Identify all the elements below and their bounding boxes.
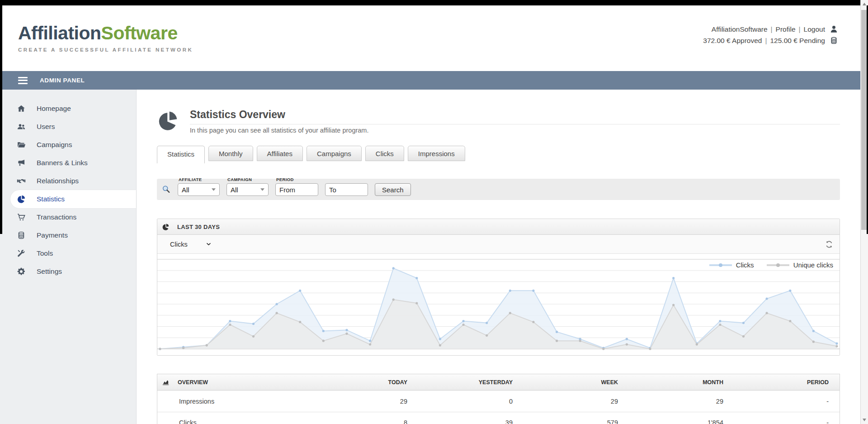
pie-chart-icon bbox=[157, 110, 179, 132]
scrollbar-up-arrow-icon[interactable] bbox=[863, 3, 866, 5]
admin-panel-title: ADMIN PANEL bbox=[40, 77, 85, 84]
row-value: 39 bbox=[407, 419, 513, 424]
balance-row: 372.00 € Approved|125.00 € Pending bbox=[703, 35, 838, 46]
sidebar-item-homepage[interactable]: Homepage bbox=[0, 100, 136, 118]
balance-approved: 372.00 € Approved bbox=[703, 37, 762, 44]
handshake-icon bbox=[17, 176, 26, 186]
sidebar-item-label: Relationships bbox=[37, 177, 79, 185]
sidebar-item-tools[interactable]: Tools bbox=[0, 244, 136, 262]
filter-bar: AFFILIATE All CAMPAIGN All PERIOD bbox=[157, 179, 840, 200]
tab-affiliates[interactable]: Affiliates bbox=[257, 146, 303, 161]
profile-link[interactable]: Profile bbox=[776, 25, 796, 33]
scrollbar-down-arrow-icon[interactable] bbox=[863, 419, 866, 421]
cart-icon bbox=[17, 213, 26, 222]
row-value: - bbox=[723, 398, 829, 405]
overview-header-first: OVERVIEW bbox=[162, 378, 302, 386]
legend-label: Clicks bbox=[736, 261, 754, 269]
logo-text-primary: Affiliation bbox=[18, 23, 101, 43]
refresh-icon[interactable] bbox=[825, 240, 833, 248]
pie-chart-icon bbox=[162, 223, 170, 231]
row-value: 1'854 bbox=[618, 419, 723, 424]
affiliate-filter-label: AFFILIATE bbox=[179, 177, 220, 182]
panel-title: LAST 30 DAYS bbox=[177, 224, 220, 230]
legend-dot bbox=[776, 263, 780, 267]
sidebar-item-label: Campaigns bbox=[37, 141, 72, 149]
main-content: Statistics Overview In this page you can… bbox=[137, 90, 860, 424]
metric-select[interactable]: Clicks bbox=[170, 241, 212, 248]
tab-impressions[interactable]: Impressions bbox=[408, 146, 465, 161]
window-top-edge bbox=[0, 0, 868, 5]
sidebar-item-transactions[interactable]: Transactions bbox=[0, 208, 136, 226]
period-to-group bbox=[325, 177, 368, 196]
sidebar-item-statistics[interactable]: Statistics bbox=[10, 190, 136, 208]
row-value: 8 bbox=[302, 419, 407, 424]
separator: | bbox=[768, 25, 776, 33]
legend-item-unique-clicks[interactable]: Unique clicks bbox=[767, 261, 833, 269]
campaign-select[interactable]: All bbox=[226, 183, 269, 196]
sidebar-item-payments[interactable]: Payments bbox=[0, 226, 136, 244]
campaign-filter-group: CAMPAIGN All bbox=[226, 177, 269, 196]
campaign-filter-label: CAMPAIGN bbox=[227, 177, 269, 182]
chart-legend: ClicksUnique clicks bbox=[709, 261, 833, 269]
pie-chart-icon bbox=[17, 195, 26, 204]
app-header: AffiliationSoftware CREATE A SUCCESSFUL … bbox=[0, 5, 868, 71]
sidebar-item-settings[interactable]: Settings bbox=[0, 262, 136, 281]
sidebar-item-relationships[interactable]: Relationships bbox=[0, 172, 136, 190]
coins-icon bbox=[17, 231, 26, 240]
sidebar-item-label: Payments bbox=[37, 231, 68, 239]
row-value: 29 bbox=[302, 398, 407, 405]
row-value: 579 bbox=[513, 419, 618, 424]
chart-metric-row: Clicks bbox=[157, 235, 840, 254]
legend-marker bbox=[709, 264, 732, 266]
legend-item-clicks[interactable]: Clicks bbox=[709, 261, 754, 269]
affiliate-select[interactable]: All bbox=[178, 183, 220, 196]
account-links: AffiliationSoftware|Profile|Logout bbox=[712, 25, 825, 33]
coins-icon bbox=[830, 36, 838, 45]
legend-label: Unique clicks bbox=[793, 261, 833, 269]
account-block: AffiliationSoftware|Profile|Logout 372.0… bbox=[703, 24, 838, 46]
chevron-down-icon bbox=[206, 241, 212, 247]
dropdown-arrow-icon bbox=[260, 188, 264, 191]
chart-plot-area bbox=[157, 254, 840, 355]
tab-campaigns[interactable]: Campaigns bbox=[307, 146, 362, 161]
search-button[interactable]: Search bbox=[375, 183, 411, 196]
page-subtitle: In this page you can see all statistics … bbox=[190, 127, 840, 134]
affiliate-filter-group: AFFILIATE All bbox=[178, 177, 220, 196]
column-header-yesterday: YESTERDAY bbox=[407, 379, 513, 386]
period-to-input[interactable] bbox=[325, 183, 368, 196]
sidebar-item-banners-links[interactable]: Banners & Links bbox=[0, 154, 136, 172]
logo-tagline: CREATE A SUCCESSFUL AFFILIATE NETWORK bbox=[18, 47, 193, 52]
separator: | bbox=[796, 25, 804, 33]
sidebar-item-label: Transactions bbox=[37, 213, 76, 221]
logout-link[interactable]: Logout bbox=[804, 25, 825, 33]
period-from-input[interactable] bbox=[275, 183, 318, 196]
sidebar-item-users[interactable]: Users bbox=[0, 118, 136, 136]
tab-clicks[interactable]: Clicks bbox=[365, 146, 404, 161]
tab-statistics[interactable]: Statistics bbox=[157, 146, 205, 163]
row-value: 29 bbox=[513, 398, 618, 405]
row-label: Clicks bbox=[162, 419, 302, 424]
row-label: Impressions bbox=[162, 398, 302, 405]
tab-monthly[interactable]: Monthly bbox=[208, 146, 253, 161]
megaphone-icon bbox=[17, 158, 26, 167]
panel-header: LAST 30 DAYS bbox=[157, 219, 840, 235]
logo[interactable]: AffiliationSoftware CREATE A SUCCESSFUL … bbox=[18, 23, 193, 52]
account-name-link[interactable]: AffiliationSoftware bbox=[712, 25, 768, 33]
row-value: 0 bbox=[407, 398, 513, 405]
admin-bar: ADMIN PANEL bbox=[0, 71, 868, 90]
home-icon bbox=[17, 104, 26, 113]
app-window: AffiliationSoftware CREATE A SUCCESSFUL … bbox=[0, 0, 868, 424]
column-header-period: PERIOD bbox=[723, 379, 829, 386]
period-filter-group: PERIOD bbox=[275, 177, 318, 196]
sidebar-item-label: Statistics bbox=[37, 195, 65, 203]
user-icon bbox=[830, 25, 838, 33]
sidebar-item-campaigns[interactable]: Campaigns bbox=[0, 136, 136, 154]
page-header: Statistics Overview In this page you can… bbox=[157, 109, 840, 134]
search-group: Search bbox=[375, 177, 411, 196]
sidebar-item-label: Homepage bbox=[37, 105, 71, 113]
column-header-today: TODAY bbox=[302, 379, 407, 386]
window-left-edge bbox=[0, 5, 2, 234]
sidebar-item-label: Settings bbox=[37, 267, 62, 276]
menu-toggle-icon[interactable] bbox=[18, 77, 28, 84]
search-spacer bbox=[376, 177, 411, 182]
